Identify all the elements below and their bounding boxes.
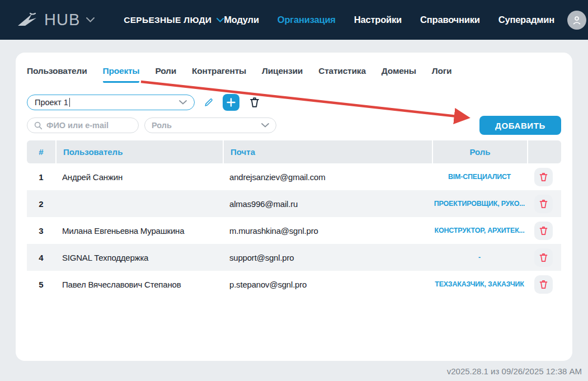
chevron-down-icon bbox=[86, 17, 95, 22]
table-row: 2 almas996@mail.ru ПРОЕКТИРОВЩИК, РУКО..… bbox=[27, 190, 561, 217]
row-number: 1 bbox=[27, 172, 55, 182]
tab-bar: Пользователи Проекты Роли Контрагенты Ли… bbox=[27, 53, 561, 83]
top-navigation: Модули Организация Настройки Справочники… bbox=[224, 11, 588, 30]
delete-row-button[interactable] bbox=[534, 248, 553, 267]
add-project-button[interactable] bbox=[223, 94, 239, 111]
nav-item-superadmin[interactable]: Суперадмин bbox=[498, 15, 554, 25]
trash-icon bbox=[538, 199, 549, 209]
topbar: HUB СЕРЬЕЗНЫЕ ЛЮДИ Модули Организация На… bbox=[0, 0, 588, 40]
row-user: Милана Евгеньевна Мурашкина bbox=[55, 226, 223, 236]
edit-project-button[interactable] bbox=[200, 94, 217, 111]
version-label: v2025.28.1 из 09/26/2025 12:38 AM bbox=[447, 366, 582, 376]
delete-row-button[interactable] bbox=[534, 168, 553, 186]
column-header-actions bbox=[527, 140, 560, 163]
chevron-down-icon bbox=[217, 18, 224, 22]
trash-icon bbox=[538, 225, 549, 236]
delete-row-button[interactable] bbox=[534, 195, 553, 213]
column-header-user: Пользователь bbox=[55, 140, 223, 163]
project-select-value: Проект 1 bbox=[35, 98, 68, 107]
column-header-email: Почта bbox=[223, 140, 432, 163]
row-role: - bbox=[432, 253, 527, 261]
project-select[interactable]: Проект 1 bbox=[27, 95, 195, 110]
tab-contractors[interactable]: Контрагенты bbox=[192, 66, 246, 83]
nav-item-reference[interactable]: Справочники bbox=[420, 15, 480, 25]
tab-logs[interactable]: Логи bbox=[432, 66, 452, 83]
org-switcher[interactable]: СЕРЬЕЗНЫЕ ЛЮДИ bbox=[124, 15, 224, 25]
table-row: 5 Павел Вячеславович Степанов p.stepanov… bbox=[27, 271, 561, 298]
table-row: 1 Андрей Санжин andrejsanziev@gmail.com … bbox=[27, 163, 561, 190]
delete-row-button[interactable] bbox=[534, 222, 553, 240]
plus-icon bbox=[227, 98, 236, 107]
row-number: 3 bbox=[27, 226, 55, 236]
user-search-field[interactable] bbox=[27, 117, 139, 133]
column-header-number: # bbox=[27, 140, 55, 163]
nav-item-settings[interactable]: Настройки bbox=[354, 15, 402, 25]
tab-statistics[interactable]: Статистика bbox=[318, 66, 366, 83]
search-input[interactable] bbox=[46, 121, 131, 130]
chevron-down-icon bbox=[261, 123, 269, 128]
row-email: almas996@mail.ru bbox=[223, 199, 432, 209]
row-email: p.stepanov@sgnl.pro bbox=[223, 280, 432, 289]
bird-logo-icon bbox=[17, 12, 38, 29]
trash-icon bbox=[538, 279, 549, 290]
table-row: 4 SIGNAL Техподдержка support@sgnl.pro - bbox=[27, 244, 561, 271]
filter-toolbar: Роль ДОБАВИТЬ bbox=[27, 116, 561, 135]
row-user: Андрей Санжин bbox=[55, 172, 223, 182]
tab-licenses[interactable]: Лицензии bbox=[262, 66, 303, 83]
tab-projects[interactable]: Проекты bbox=[103, 66, 140, 83]
row-role: BIM-СПЕЦИАЛИСТ bbox=[432, 173, 527, 181]
role-filter-select[interactable]: Роль bbox=[144, 117, 276, 133]
row-number: 5 bbox=[27, 280, 55, 289]
project-toolbar: Проект 1 bbox=[27, 94, 561, 111]
tab-roles[interactable]: Роли bbox=[155, 66, 176, 83]
delete-project-button[interactable] bbox=[246, 94, 263, 111]
add-user-button[interactable]: ДОБАВИТЬ bbox=[479, 116, 561, 135]
delete-row-button[interactable] bbox=[534, 275, 553, 294]
row-role: КОНСТРУКТОР, АРХИТЕК... bbox=[432, 227, 527, 234]
tab-domains[interactable]: Домены bbox=[382, 66, 416, 83]
nav-item-modules[interactable]: Модули bbox=[224, 15, 259, 25]
table-row: 3 Милана Евгеньевна Мурашкина m.murashki… bbox=[27, 217, 561, 244]
row-email: andrejsanziev@gmail.com bbox=[223, 172, 432, 182]
row-number: 2 bbox=[27, 199, 55, 209]
row-user: SIGNAL Техподдержка bbox=[55, 253, 223, 262]
text-cursor bbox=[69, 98, 70, 107]
trash-icon bbox=[538, 172, 549, 182]
tab-users[interactable]: Пользователи bbox=[27, 66, 87, 83]
users-table: # Пользователь Почта Роль 1 Андрей Санжи… bbox=[27, 140, 561, 298]
search-icon bbox=[34, 121, 43, 130]
org-name: СЕРЬЕЗНЫЕ ЛЮДИ bbox=[124, 15, 211, 25]
app-logo[interactable]: HUB bbox=[17, 11, 95, 29]
row-email: support@sgnl.pro bbox=[223, 253, 432, 262]
user-avatar bbox=[567, 11, 586, 30]
nav-item-organization[interactable]: Организация bbox=[277, 15, 336, 25]
pencil-icon bbox=[203, 97, 214, 108]
role-filter-placeholder: Роль bbox=[152, 121, 172, 130]
row-role: ПРОЕКТИРОВЩИК, РУКО... bbox=[432, 200, 527, 208]
trash-icon bbox=[248, 96, 261, 109]
row-user: Павел Вячеславович Степанов bbox=[55, 280, 223, 289]
user-menu[interactable]: support bbox=[567, 11, 588, 30]
chevron-down-icon bbox=[179, 100, 187, 105]
trash-icon bbox=[538, 252, 549, 263]
table-header: # Пользователь Почта Роль bbox=[27, 140, 561, 163]
row-email: m.murashkina@sgnl.pro bbox=[223, 226, 432, 236]
person-icon bbox=[571, 15, 582, 26]
row-role: ТЕХЗАКАЗЧИК, ЗАКАЗЧИК bbox=[432, 280, 527, 288]
column-header-role: Роль bbox=[432, 140, 527, 163]
row-number: 4 bbox=[27, 253, 55, 262]
logo-text: HUB bbox=[44, 11, 80, 29]
content-card: Пользователи Проекты Роли Контрагенты Ли… bbox=[16, 53, 572, 361]
